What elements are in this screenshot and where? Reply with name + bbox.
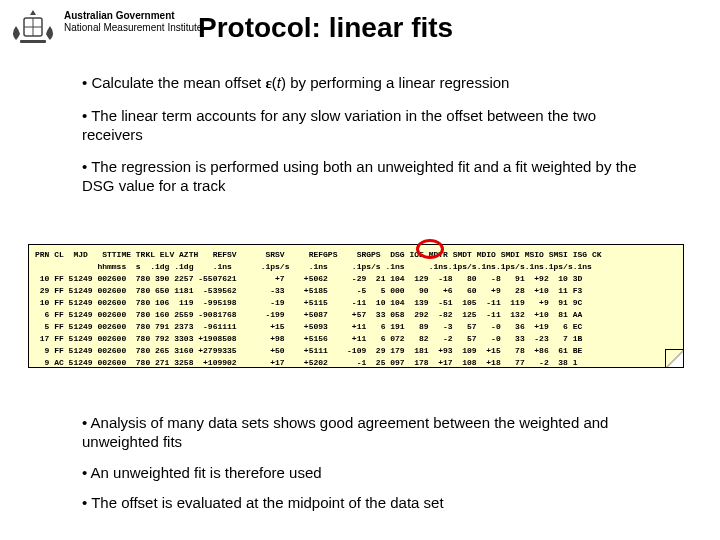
slide: Australian Government National Measureme… (0, 0, 720, 540)
page-title: Protocol: linear fits (198, 12, 453, 44)
dsg-highlight-circle (416, 239, 444, 259)
bullet-1: • Calculate the mean offset ε(t) by perf… (82, 74, 642, 93)
data-text: PRN CL MJD STTIME TRKL ELV AZTH REFSV SR… (35, 249, 677, 368)
gov-line2: National Measurement Institute (64, 22, 202, 34)
dogear-icon (665, 349, 684, 368)
bullet-3: • The regression is performed using both… (82, 158, 642, 196)
crest-icon (8, 6, 58, 50)
header: Australian Government National Measureme… (8, 6, 712, 54)
svg-marker-3 (30, 10, 36, 15)
gov-text: Australian Government National Measureme… (64, 10, 202, 34)
svg-rect-4 (20, 40, 46, 43)
bullet-2: • The linear term accounts for any slow … (82, 107, 642, 145)
data-box: PRN CL MJD STTIME TRKL ELV AZTH REFSV SR… (28, 244, 684, 368)
bullets-bottom: • Analysis of many data sets shows good … (82, 414, 642, 525)
bullet-4: • Analysis of many data sets shows good … (82, 414, 642, 452)
bullets-top: • Calculate the mean offset ε(t) by perf… (82, 74, 642, 210)
bullet-5: • An unweighted fit is therefore used (82, 464, 642, 483)
bullet-6: • The offset is evaluated at the midpoin… (82, 494, 642, 513)
gov-line1: Australian Government (64, 10, 202, 22)
data-table-wrap: PRN CL MJD STTIME TRKL ELV AZTH REFSV SR… (28, 244, 692, 376)
